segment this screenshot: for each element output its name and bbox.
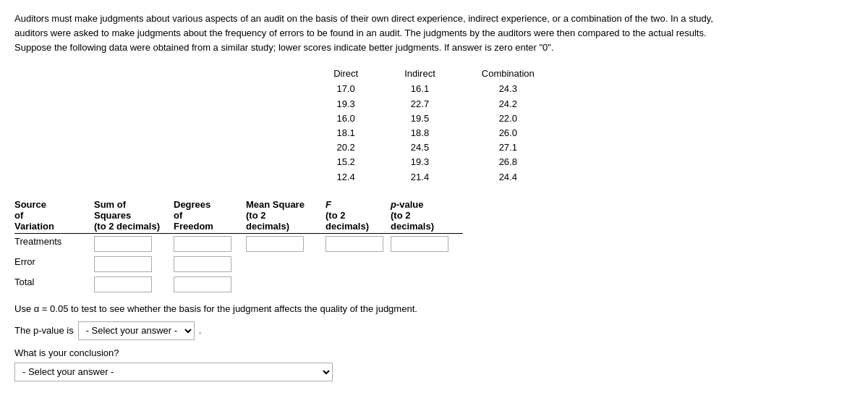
data-cell-indirect-2: 19.5 bbox=[381, 111, 459, 126]
th-pval: p-value (to 2 decimals) bbox=[391, 198, 463, 234]
anova-pval-1 bbox=[391, 254, 463, 274]
anova-ms-1 bbox=[246, 254, 326, 274]
data-cell-combination-6: 24.4 bbox=[459, 170, 558, 185]
anova-ms-2 bbox=[246, 274, 326, 295]
anova-f-0 bbox=[326, 233, 391, 254]
col-header-combination: Combination bbox=[459, 67, 558, 82]
data-cell-indirect-1: 22.7 bbox=[381, 97, 459, 111]
data-cell-indirect-0: 16.1 bbox=[381, 82, 459, 96]
anova-pval-0 bbox=[391, 233, 463, 254]
anova-source-1: Error bbox=[14, 254, 94, 274]
anova-f-1 bbox=[326, 254, 391, 274]
data-cell-indirect-6: 21.4 bbox=[381, 170, 459, 185]
intro-paragraph: Auditors must make judgments about vario… bbox=[14, 12, 854, 55]
th-df: Degrees of Freedom bbox=[174, 198, 246, 234]
data-cell-combination-0: 24.3 bbox=[459, 82, 558, 96]
pvalue-select[interactable]: - Select your answer -less than .01betwe… bbox=[78, 321, 195, 340]
anova-input-f-0[interactable] bbox=[326, 236, 383, 252]
anova-row: Error bbox=[14, 254, 463, 274]
anova-ss-2 bbox=[94, 274, 174, 295]
anova-source-0: Treatments bbox=[14, 233, 94, 254]
data-cell-combination-5: 26.8 bbox=[459, 155, 558, 169]
anova-section: Source of Variation Sum of Squares (to 2… bbox=[14, 198, 854, 381]
anova-input-df-1[interactable] bbox=[174, 256, 231, 272]
anova-input-ss-2[interactable] bbox=[94, 277, 152, 292]
data-cell-direct-6: 12.4 bbox=[310, 170, 381, 185]
data-section: Direct Indirect Combination 17.016.124.3… bbox=[14, 67, 854, 184]
data-cell-indirect-5: 19.3 bbox=[381, 155, 459, 169]
conclusion-select[interactable]: - Select your answer -Reject H0Do not re… bbox=[14, 363, 333, 381]
pvalue-label: The p-value is bbox=[14, 323, 74, 339]
data-cell-direct-5: 15.2 bbox=[310, 155, 381, 169]
data-cell-indirect-4: 24.5 bbox=[381, 140, 459, 155]
anova-f-2 bbox=[326, 274, 391, 295]
conclusion-select-wrapper: - Select your answer -Reject H0Do not re… bbox=[14, 363, 854, 381]
anova-input-df-2[interactable] bbox=[174, 277, 231, 292]
th-f: F (to 2 decimals) bbox=[326, 198, 391, 234]
anova-pval-2 bbox=[391, 274, 463, 295]
anova-input-ss-0[interactable] bbox=[94, 236, 152, 252]
col-header-indirect: Indirect bbox=[381, 67, 459, 82]
data-cell-direct-3: 18.1 bbox=[310, 126, 381, 140]
th-ms: Mean Square (to 2 decimals) bbox=[246, 198, 326, 234]
anova-source-2: Total bbox=[14, 274, 94, 295]
data-cell-indirect-3: 18.8 bbox=[381, 126, 459, 140]
intro-line2: auditors were asked to make judgments ab… bbox=[14, 26, 854, 41]
anova-table: Source of Variation Sum of Squares (to 2… bbox=[14, 198, 463, 295]
data-cell-direct-4: 20.2 bbox=[310, 140, 381, 155]
anova-ss-0 bbox=[94, 233, 174, 254]
data-cell-combination-3: 26.0 bbox=[459, 126, 558, 140]
anova-input-ms-0[interactable] bbox=[246, 236, 304, 252]
data-row: 18.118.826.0 bbox=[310, 126, 558, 140]
conclusion-label: What is your conclusion? bbox=[14, 347, 854, 358]
data-row: 12.421.424.4 bbox=[310, 170, 558, 185]
th-source: Source of Variation bbox=[14, 198, 94, 234]
col-header-direct: Direct bbox=[310, 67, 381, 82]
data-row: 17.016.124.3 bbox=[310, 82, 558, 96]
data-row: 15.219.326.8 bbox=[310, 155, 558, 169]
data-cell-direct-1: 19.3 bbox=[310, 97, 381, 111]
data-cell-combination-1: 24.2 bbox=[459, 97, 558, 111]
anova-df-0 bbox=[174, 233, 246, 254]
anova-input-df-0[interactable] bbox=[174, 236, 231, 252]
data-row: 16.019.522.0 bbox=[310, 111, 558, 126]
anova-row: Total bbox=[14, 274, 463, 295]
data-cell-direct-0: 17.0 bbox=[310, 82, 381, 96]
data-cell-combination-4: 27.1 bbox=[459, 140, 558, 155]
anova-df-2 bbox=[174, 274, 246, 295]
anova-input-pval-0[interactable] bbox=[391, 236, 448, 252]
anova-ms-0 bbox=[246, 233, 326, 254]
intro-line1: Auditors must make judgments about vario… bbox=[14, 12, 854, 26]
anova-ss-1 bbox=[94, 254, 174, 274]
data-cell-direct-2: 16.0 bbox=[310, 111, 381, 126]
intro-line3: Suppose the following data were obtained… bbox=[14, 41, 854, 55]
anova-df-1 bbox=[174, 254, 246, 274]
th-ss: Sum of Squares (to 2 decimals) bbox=[94, 198, 174, 234]
alpha-line: Use α = 0.05 to test to see whether the … bbox=[14, 303, 854, 314]
data-cell-combination-2: 22.0 bbox=[459, 111, 558, 126]
anova-input-ss-1[interactable] bbox=[94, 256, 152, 272]
data-row: 20.224.527.1 bbox=[310, 140, 558, 155]
data-table: Direct Indirect Combination 17.016.124.3… bbox=[310, 67, 558, 184]
anova-row: Treatments bbox=[14, 233, 463, 254]
pvalue-row: The p-value is - Select your answer -les… bbox=[14, 321, 854, 340]
data-row: 19.322.724.2 bbox=[310, 97, 558, 111]
